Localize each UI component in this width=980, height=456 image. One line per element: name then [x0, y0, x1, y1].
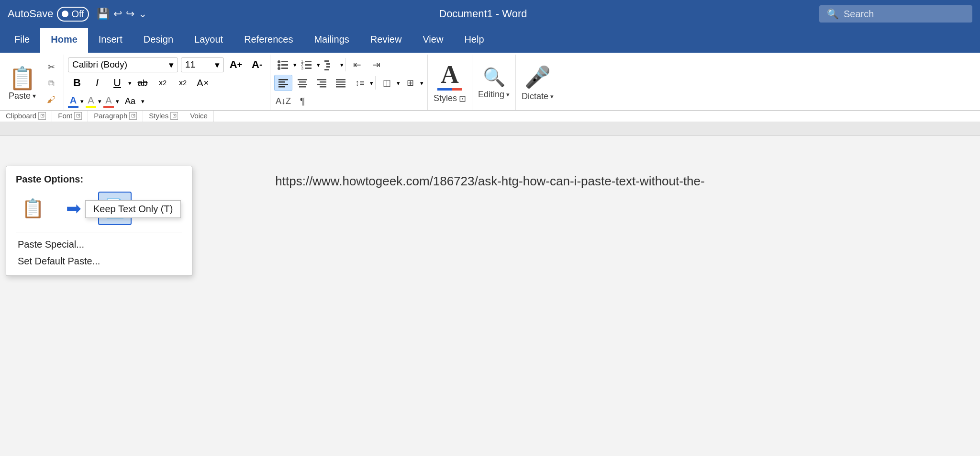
tab-mailings[interactable]: Mailings — [303, 28, 359, 53]
tab-file[interactable]: File — [4, 28, 40, 53]
set-default-paste-item[interactable]: Set Default Paste... — [16, 253, 182, 270]
paste-popup-divider — [16, 232, 182, 232]
align-center-button[interactable] — [293, 75, 312, 91]
font-group: Calibri (Body) ▾ 11 ▾ A+ A- B I U ▾ ab x… — [64, 55, 270, 110]
clipboard-label-item: Clipboard ⊡ — [0, 111, 52, 122]
paste-keep-source-button[interactable]: 📋 — [16, 192, 49, 225]
tab-help[interactable]: Help — [454, 28, 494, 53]
decrease-indent-button[interactable]: ⇤ — [348, 57, 366, 73]
tab-design[interactable]: Design — [133, 28, 184, 53]
line-spacing-dropdown[interactable]: ▾ — [370, 80, 373, 87]
customize-qat-icon[interactable]: ⌄ — [138, 8, 147, 20]
tab-layout[interactable]: Layout — [184, 28, 234, 53]
bold-button[interactable]: B — [68, 75, 86, 91]
tab-review[interactable]: Review — [360, 28, 412, 53]
svg-rect-21 — [299, 81, 306, 83]
shading-dropdown[interactable]: ▾ — [397, 80, 400, 87]
align-left-button[interactable] — [274, 75, 292, 91]
numbered-dropdown[interactable]: ▾ — [317, 61, 320, 68]
ribbon-bottom-labels: Clipboard ⊡ Font ⊡ Paragraph ⊡ Styles ⊡ … — [0, 111, 980, 122]
paragraph-group: ▾ 1.2.3. ▾ ▾ ⇤ ⇥ — [270, 55, 428, 110]
justify-button[interactable] — [332, 75, 350, 91]
search-bar[interactable]: 🔍 — [819, 5, 972, 23]
svg-rect-22 — [298, 84, 307, 85]
strikethrough-button[interactable]: ab — [134, 75, 152, 91]
underline-dropdown[interactable]: ▾ — [128, 80, 132, 87]
grow-font-button[interactable]: A+ — [227, 57, 245, 73]
borders-button[interactable]: ⊞ — [401, 75, 419, 91]
text-color-button[interactable]: A — [103, 95, 114, 108]
italic-button[interactable]: I — [88, 75, 106, 91]
bullet-dropdown[interactable]: ▾ — [293, 61, 297, 68]
shading-button[interactable]: ◫ — [378, 75, 396, 91]
tab-insert[interactable]: Insert — [88, 28, 133, 53]
dictate-button[interactable]: 🎤 Dictate ▾ — [522, 65, 554, 102]
cut-button[interactable]: ✂ — [43, 59, 60, 75]
bullet-list-button[interactable] — [274, 57, 292, 73]
font-expand-button[interactable]: ⊡ — [74, 112, 82, 120]
search-input[interactable] — [844, 9, 958, 20]
font-color-button[interactable]: A — [68, 95, 78, 108]
underline-button[interactable]: U — [108, 75, 126, 91]
editing-label-row: Editing ▾ — [478, 90, 510, 100]
paste-special-item[interactable]: Paste Special... — [16, 236, 182, 253]
editing-button[interactable]: 🔍 Editing ▾ — [478, 67, 510, 100]
paste-button[interactable]: 📋 Paste ▾ — [4, 57, 41, 109]
numbered-list-button[interactable]: 1.2.3. — [298, 57, 316, 73]
svg-rect-25 — [320, 81, 326, 83]
sort-button[interactable]: A↓Z — [274, 93, 292, 109]
align-right-button[interactable] — [312, 75, 331, 91]
line-spacing-button[interactable]: ↕≡ — [351, 75, 369, 91]
paste-dropdown-arrow[interactable]: ▾ — [33, 92, 36, 100]
autosave-label: AutoSave — [8, 8, 53, 20]
title-bar: AutoSave Off 💾 ↩ ↪ ⌄ Document1 - Word 🔍 — [0, 0, 980, 28]
tab-view[interactable]: View — [412, 28, 454, 53]
font-row1: Calibri (Body) ▾ 11 ▾ A+ A- — [68, 57, 266, 73]
voice-label-item: Voice — [184, 111, 214, 122]
styles-expand-icon[interactable]: ⊡ — [459, 93, 466, 104]
superscript-button[interactable]: x2 — [174, 75, 192, 91]
highlight-button[interactable]: A — [86, 95, 96, 108]
multilevel-dropdown[interactable]: ▾ — [340, 61, 344, 68]
tab-home[interactable]: Home — [40, 28, 88, 53]
editing-dropdown-icon[interactable]: ▾ — [506, 91, 510, 98]
text-color-dropdown[interactable]: ▾ — [116, 98, 119, 105]
svg-rect-26 — [317, 84, 326, 85]
undo-icon[interactable]: ↩ — [113, 8, 122, 20]
dictate-label-row: Dictate ▾ — [522, 91, 554, 102]
autosave-toggle[interactable]: Off — [57, 7, 89, 22]
multilevel-list-button[interactable] — [321, 57, 339, 73]
show-para-button[interactable]: ¶ — [293, 93, 312, 109]
styles-button[interactable]: A — [437, 62, 462, 91]
svg-rect-23 — [299, 86, 306, 88]
clear-format-button[interactable]: A✕ — [194, 75, 212, 91]
font-size-select[interactable]: 11 ▾ — [181, 57, 224, 72]
borders-dropdown[interactable]: ▾ — [420, 80, 423, 87]
font-name-select[interactable]: Calibri (Body) ▾ — [68, 57, 178, 72]
editing-group: 🔍 Editing ▾ — [472, 55, 516, 110]
para-divider1 — [345, 58, 346, 71]
svg-rect-11 — [305, 68, 312, 69]
font-label-item: Font ⊡ — [52, 111, 88, 122]
tab-references[interactable]: References — [234, 28, 303, 53]
format-painter-button[interactable]: 🖌 — [43, 92, 60, 107]
case-button[interactable]: Aa — [121, 93, 139, 109]
paste-label: Paste ▾ — [9, 91, 36, 101]
redo-icon[interactable]: ↪ — [126, 8, 134, 20]
dictate-icon: 🎤 — [524, 65, 551, 90]
svg-rect-16 — [278, 79, 288, 80]
shrink-font-button[interactable]: A- — [248, 57, 266, 73]
paste-popup-title: Paste Options: — [16, 174, 182, 185]
paragraph-expand-button[interactable]: ⊡ — [129, 112, 137, 120]
clipboard-expand-button[interactable]: ⊡ — [38, 112, 46, 120]
dictate-dropdown-icon[interactable]: ▾ — [550, 93, 554, 100]
copy-button[interactable]: ⧉ — [43, 76, 60, 91]
subscript-button[interactable]: x2 — [154, 75, 172, 91]
highlight-dropdown[interactable]: ▾ — [98, 98, 101, 105]
increase-indent-button[interactable]: ⇥ — [367, 57, 385, 73]
font-color-dropdown[interactable]: ▾ — [80, 98, 84, 105]
svg-rect-3 — [281, 64, 288, 66]
save-icon[interactable]: 💾 — [97, 8, 110, 20]
case-dropdown[interactable]: ▾ — [141, 98, 145, 105]
styles-expand-button[interactable]: ⊡ — [170, 112, 178, 120]
